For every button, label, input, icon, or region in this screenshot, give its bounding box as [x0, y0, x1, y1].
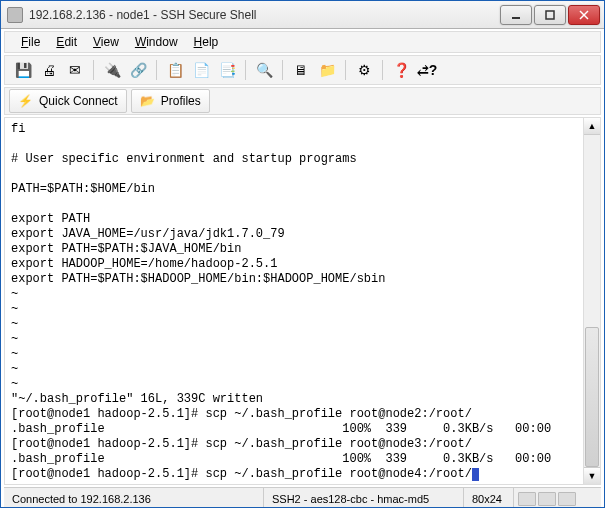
separator [156, 60, 157, 80]
paste-icon[interactable]: 📄 [189, 58, 213, 82]
clipboard-icon[interactable]: 📑 [215, 58, 239, 82]
close-button[interactable] [568, 5, 600, 25]
context-help-icon[interactable]: ⥄? [415, 58, 439, 82]
file-transfer-icon[interactable]: 📁 [315, 58, 339, 82]
terminal-container: fi # User specific environment and start… [4, 117, 601, 485]
menu-help[interactable]: Help [186, 33, 227, 51]
status-connection: Connected to 192.168.2.136 [4, 488, 264, 508]
scrollbar[interactable]: ▲ ▼ [584, 117, 601, 485]
help-icon[interactable]: ❓ [389, 58, 413, 82]
menu-window[interactable]: Window [127, 33, 186, 51]
status-termsize: 80x24 [464, 488, 514, 508]
scroll-down-button[interactable]: ▼ [584, 467, 600, 484]
statusbar: Connected to 192.168.2.136 SSH2 - aes128… [4, 487, 601, 508]
window-controls [498, 5, 600, 25]
svg-rect-1 [546, 11, 554, 19]
minimize-button[interactable] [500, 5, 532, 25]
new-terminal-icon[interactable]: 🖥 [289, 58, 313, 82]
folder-icon: 📂 [140, 94, 155, 108]
menu-view[interactable]: View [85, 33, 127, 51]
quick-connect-label: Quick Connect [39, 94, 118, 108]
maximize-button[interactable] [534, 5, 566, 25]
print-icon[interactable]: 🖨 [37, 58, 61, 82]
terminal[interactable]: fi # User specific environment and start… [4, 117, 584, 485]
settings-icon[interactable]: ⚙ [352, 58, 376, 82]
status-indicator-icon [558, 492, 576, 506]
quick-connect-button[interactable]: ⚡ Quick Connect [9, 89, 127, 113]
status-cipher: SSH2 - aes128-cbc - hmac-md5 [264, 488, 464, 508]
toolbar: 💾 🖨 ✉ 🔌 🔗 📋 📄 📑 🔍 🖥 📁 ⚙ ❓ ⥄? [4, 55, 601, 85]
scroll-thumb[interactable] [585, 327, 599, 467]
titlebar: 192.168.2.136 - node1 - SSH Secure Shell [1, 1, 604, 29]
save-icon[interactable]: 💾 [11, 58, 35, 82]
status-indicator-icon [518, 492, 536, 506]
profiles-button[interactable]: 📂 Profiles [131, 89, 210, 113]
separator [345, 60, 346, 80]
separator [245, 60, 246, 80]
profiles-label: Profiles [161, 94, 201, 108]
mail-icon[interactable]: ✉ [63, 58, 87, 82]
connect-icon[interactable]: 🔌 [100, 58, 124, 82]
find-icon[interactable]: 🔍 [252, 58, 276, 82]
window-title: 192.168.2.136 - node1 - SSH Secure Shell [29, 8, 498, 22]
cursor [472, 468, 479, 481]
lightning-icon: ⚡ [18, 94, 33, 108]
app-icon [7, 7, 23, 23]
connection-toolbar: ⚡ Quick Connect 📂 Profiles [4, 87, 601, 115]
menu-edit[interactable]: Edit [48, 33, 85, 51]
menubar: File Edit View Window Help [4, 31, 601, 53]
separator [282, 60, 283, 80]
copy-icon[interactable]: 📋 [163, 58, 187, 82]
scroll-up-button[interactable]: ▲ [584, 118, 600, 135]
separator [93, 60, 94, 80]
scroll-track[interactable] [584, 135, 600, 467]
status-indicator-icon [538, 492, 556, 506]
disconnect-icon[interactable]: 🔗 [126, 58, 150, 82]
menu-file[interactable]: File [13, 33, 48, 51]
separator [382, 60, 383, 80]
status-icons [514, 492, 580, 506]
